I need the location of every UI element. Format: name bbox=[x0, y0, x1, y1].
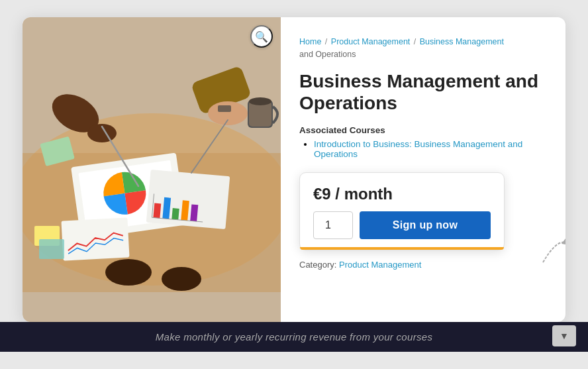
breadcrumb-and-operations: and Operations bbox=[299, 50, 356, 59]
svg-point-23 bbox=[162, 267, 201, 291]
course-link[interactable]: Introduction to Business: Business Manag… bbox=[314, 139, 522, 159]
product-content: Home / Product Management / Business Man… bbox=[281, 17, 565, 322]
search-icon: 🔍 bbox=[255, 30, 268, 43]
svg-rect-7 bbox=[153, 203, 161, 219]
list-item: Introduction to Business: Business Manag… bbox=[314, 139, 547, 159]
breadcrumb-sep2: / bbox=[414, 37, 416, 46]
quantity-input[interactable] bbox=[313, 211, 353, 239]
price-row: Sign up now bbox=[313, 211, 491, 239]
pricing-card-accent-border bbox=[300, 247, 504, 250]
breadcrumb-product-management[interactable]: Product Management bbox=[331, 37, 411, 46]
product-image-area: 🔍 bbox=[23, 17, 281, 322]
associated-courses-label: Associated Courses bbox=[299, 125, 547, 135]
card-main: 🔍 Home / Product Management / Business M… bbox=[23, 17, 565, 322]
price-label: €9 / month bbox=[313, 185, 491, 203]
breadcrumb: Home / Product Management / Business Man… bbox=[299, 36, 547, 61]
svg-point-22 bbox=[105, 259, 152, 286]
scroll-button[interactable]: ▼ bbox=[552, 325, 576, 346]
product-illustration bbox=[23, 17, 281, 322]
course-list: Introduction to Business: Business Manag… bbox=[299, 139, 547, 160]
breadcrumb-home[interactable]: Home bbox=[299, 37, 321, 46]
svg-rect-6 bbox=[146, 170, 230, 229]
svg-marker-30 bbox=[562, 238, 565, 245]
breadcrumb-sep1: / bbox=[325, 37, 327, 46]
svg-rect-20 bbox=[218, 105, 231, 112]
category-link[interactable]: Product Management bbox=[339, 260, 421, 270]
category-row: Category: Product Management bbox=[299, 260, 547, 270]
svg-point-19 bbox=[208, 101, 248, 125]
svg-point-26 bbox=[249, 97, 271, 105]
product-title: Business Management and Operations bbox=[299, 70, 547, 115]
svg-rect-29 bbox=[39, 239, 64, 259]
svg-rect-9 bbox=[172, 208, 179, 220]
breadcrumb-business-management[interactable]: Business Management bbox=[420, 37, 504, 46]
search-button[interactable]: 🔍 bbox=[250, 25, 273, 48]
bottom-banner: Make monthly or yearly recurring revenue… bbox=[0, 322, 588, 352]
banner-text: Make monthly or yearly recurring revenue… bbox=[156, 331, 432, 343]
category-label: Category: bbox=[299, 260, 336, 270]
signup-button[interactable]: Sign up now bbox=[360, 211, 491, 239]
product-card: 🔍 Home / Product Management / Business M… bbox=[23, 17, 565, 322]
pricing-card: €9 / month Sign up now bbox=[299, 172, 505, 250]
